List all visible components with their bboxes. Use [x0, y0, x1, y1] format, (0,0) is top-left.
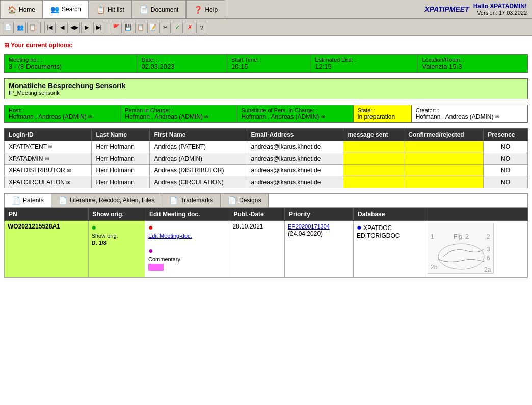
- col-last-name: Last Name: [92, 129, 150, 141]
- help-icon: ❓: [194, 6, 202, 14]
- participant-email: andreas@ikarus.khnet.de: [247, 176, 343, 188]
- toolbar-btn-flag[interactable]: 🚩: [111, 22, 122, 33]
- doc-priority: EP20200171304 (24.04.2020): [285, 221, 354, 278]
- host-cell: Host: : Hofmann , Andreas (ADMIN) ✉: [5, 105, 121, 123]
- participant-last: Herr Hofmann: [92, 176, 150, 188]
- tab-home[interactable]: 🏠 Home: [0, 0, 43, 18]
- show-orig-green-dot: ●: [92, 223, 97, 232]
- toolbar-btn-prev-start[interactable]: |◀: [44, 22, 56, 33]
- toolbar-btn-refresh[interactable]: ◀▶: [69, 22, 80, 33]
- meeting-title-sub: IP_Meeting sensorik: [9, 90, 523, 96]
- designs-tab-icon: 📄: [228, 196, 236, 205]
- doc-pn: WO2021215528A1: [5, 221, 89, 278]
- spic-value: Hofmann , Andreas (ADMIN) ✉: [242, 113, 349, 120]
- col-confirmed: Confirmed/rejected: [404, 129, 484, 141]
- meeting-title-main: Monatliche Besprechung Sensorik: [9, 82, 523, 90]
- pic-email-icon[interactable]: ✉: [204, 114, 208, 120]
- priority-link[interactable]: EP20200171304: [288, 223, 330, 230]
- host-table: Host: : Hofmann , Andreas (ADMIN) ✉ Pers…: [4, 105, 528, 123]
- spic-label: Substitute of Pers. in Charge: :: [242, 107, 349, 113]
- participants-table: Login-ID Last Name First Name Email-Addr…: [4, 128, 528, 188]
- spic-cell: Substitute of Pers. in Charge: : Hofmann…: [237, 105, 353, 123]
- participant-presence: NO: [484, 176, 528, 188]
- trademarks-tab-label: Trademarks: [180, 197, 213, 204]
- participant-email-icon[interactable]: ✉: [48, 144, 52, 150]
- doc-edit-meeting: ● Edit Meeting-doc. ● Commentary: [145, 221, 229, 278]
- show-orig-text[interactable]: Show orig.: [92, 233, 118, 239]
- toolbar-btn-next[interactable]: ▶: [81, 22, 92, 33]
- participant-presence: NO: [484, 153, 528, 165]
- host-email-icon[interactable]: ✉: [88, 114, 92, 120]
- tab-document[interactable]: 📄 Document: [132, 0, 187, 18]
- meeting-end-value: 12:15: [315, 63, 413, 70]
- main-content: ⊞ Your current options: Meeting no.: : 3…: [0, 36, 532, 281]
- participant-email-icon[interactable]: ✉: [45, 156, 49, 162]
- col-login-id: Login-ID: [5, 129, 92, 141]
- toolbar-btn-cut[interactable]: ✂: [159, 22, 171, 33]
- participants-section: Login-ID Last Name First Name Email-Addr…: [4, 128, 528, 188]
- meeting-date-label: Date: :: [141, 57, 223, 63]
- edit-meeting-link[interactable]: Edit Meeting-doc.: [148, 233, 192, 239]
- tab-help[interactable]: ❓ Help: [186, 0, 225, 18]
- toolbar-btn-save[interactable]: 💾: [123, 22, 134, 33]
- svg-text:3: 3: [487, 246, 490, 253]
- participant-confirmed: [404, 153, 484, 165]
- version-block: Hallo XPATADMIN! Version: 17.03.2022: [473, 3, 527, 16]
- tab-search[interactable]: 👥 Search: [43, 0, 89, 18]
- spic-email-icon[interactable]: ✉: [321, 114, 325, 120]
- doc-preview: Fig. 2 1 2 3 6 2b 2a: [424, 221, 527, 278]
- participant-login: XPATDISTRIBUTOR ✉: [5, 165, 92, 176]
- commentary-color-box[interactable]: [148, 264, 164, 271]
- tab-hitlist-label: Hit list: [108, 6, 124, 13]
- participant-last: Herr Hofmann: [92, 141, 150, 153]
- toolbar-btn-question[interactable]: ?: [196, 22, 207, 33]
- patents-tab-label: Patents: [23, 197, 44, 204]
- participant-email-icon[interactable]: ✉: [67, 168, 71, 173]
- app-info: XPATIPMEET Hallo XPATADMIN! Version: 17.…: [419, 0, 532, 18]
- options-label: ⊞ Your current options:: [4, 41, 528, 49]
- version: Version: 17.03.2022: [473, 10, 527, 16]
- toolbar-btn-1[interactable]: 📄: [3, 22, 14, 33]
- toolbar-btn-prev[interactable]: ◀: [57, 22, 68, 33]
- participant-msg: [343, 176, 404, 188]
- doc-tab-trademarks[interactable]: 📄 Trademarks: [162, 194, 221, 207]
- participant-row: XPATADMIN ✉ Herr Hofmann Andreas (ADMIN)…: [5, 153, 528, 165]
- doc-d-count: D. 1/8: [92, 240, 107, 246]
- tab-help-label: Help: [205, 6, 218, 13]
- pic-value: Hofmann , Andreas (ADMIN) ✉: [125, 113, 232, 120]
- participant-first: Andreas (PATENT): [150, 141, 247, 153]
- meeting-start-label: Start Time: :: [231, 57, 306, 63]
- toolbar-btn-paste[interactable]: 📝: [147, 22, 158, 33]
- participant-email-icon[interactable]: ✉: [66, 180, 70, 185]
- tab-hitlist[interactable]: 📋 Hit list: [89, 0, 132, 18]
- doc-tab-patents[interactable]: 📄 Patents: [5, 194, 51, 207]
- doc-tab-literature[interactable]: 📄 Literature, Recdoc, Akten, Files: [51, 194, 163, 207]
- toolbar-btn-3[interactable]: 📋: [27, 22, 38, 33]
- toolbar-btn-next-end[interactable]: ▶|: [93, 22, 104, 33]
- creator-email-icon[interactable]: ✉: [495, 114, 499, 120]
- doc-tab-designs[interactable]: 📄 Designs: [221, 194, 269, 207]
- greeting: Hallo XPATADMIN!: [473, 3, 527, 10]
- svg-text:6: 6: [487, 255, 490, 262]
- toolbar-btn-green[interactable]: ✓: [172, 22, 183, 33]
- document-table: PN Show orig. Edit Meeting doc. Publ.-Da…: [4, 208, 528, 278]
- svg-text:1: 1: [431, 233, 434, 240]
- col-email: Email-Address: [247, 129, 343, 141]
- participant-first: Andreas (DISTRIBUTOR): [150, 165, 247, 176]
- tab-home-label: Home: [19, 6, 35, 13]
- doc-col-database: Database: [354, 208, 424, 221]
- doc-col-pn: PN: [5, 208, 89, 221]
- participant-last: Herr Hofmann: [92, 165, 150, 176]
- toolbar-btn-copy[interactable]: 📋: [135, 22, 146, 33]
- host-value: Hofmann , Andreas (ADMIN) ✉: [9, 113, 116, 120]
- toolbar-btn-2[interactable]: 👥: [15, 22, 26, 33]
- participant-email: andreas@ikarus.khnet.de: [247, 153, 343, 165]
- search-people-icon: 👥: [50, 5, 59, 13]
- col-first-name: First Name: [150, 129, 247, 141]
- participant-msg: [343, 165, 404, 176]
- doc-tabs: 📄 Patents 📄 Literature, Recdoc, Akten, F…: [4, 193, 528, 208]
- toolbar-btn-red[interactable]: ✗: [184, 22, 195, 33]
- meeting-no-cell: Meeting no.: : 3 - (8 Documents): [5, 55, 137, 73]
- toolbar: 📄 👥 📋 |◀ ◀ ◀▶ ▶ ▶| 🚩 💾 📋 📝 ✂ ✓ ✗ ?: [0, 19, 532, 36]
- db2-text: EDITORIGDOC: [357, 232, 400, 239]
